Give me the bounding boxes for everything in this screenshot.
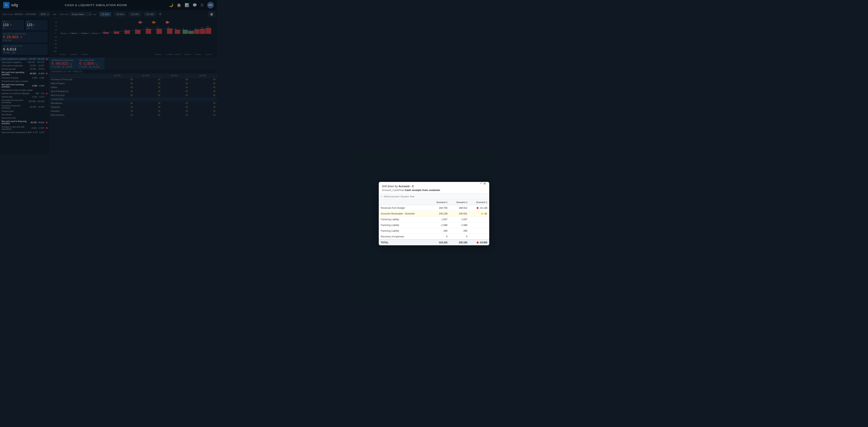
modal-overlay[interactable]: ✕ ⤢ Drill down by Account - C Account_Ca… bbox=[0, 0, 217, 154]
